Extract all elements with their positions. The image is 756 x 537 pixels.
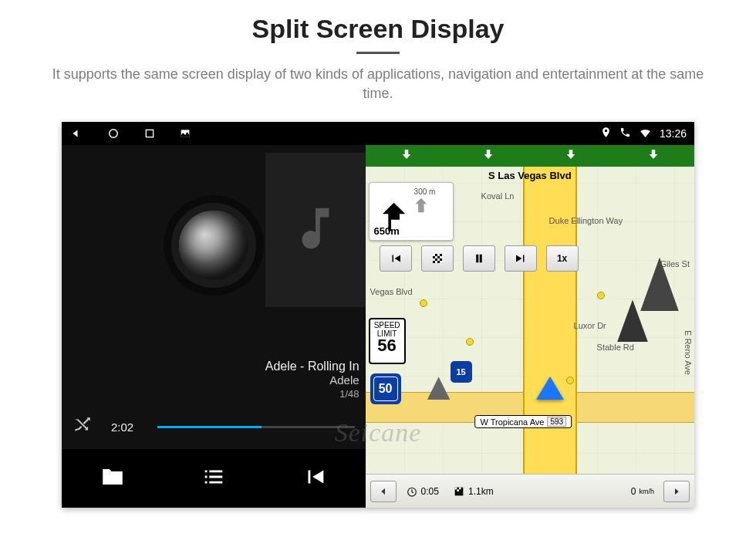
street-sign-number: 593 <box>547 417 566 427</box>
phone-icon <box>619 127 631 140</box>
sim-speed-button[interactable]: 1x <box>546 245 579 272</box>
page-title: Split Screen Display <box>0 14 756 44</box>
album-disc <box>171 203 256 288</box>
street-label: Stable Rd <box>597 343 634 352</box>
sim-destination-button[interactable] <box>421 245 454 272</box>
time-elapsed: 2:02 <box>111 420 139 434</box>
track-title: Adele - Rolling In <box>265 360 359 373</box>
eta-stat: 0:05 <box>401 485 444 498</box>
album-placeholder <box>265 153 366 307</box>
street-label: Koval Ln <box>481 191 515 201</box>
svg-rect-14 <box>455 488 457 490</box>
speed-value: 0 <box>631 486 636 497</box>
sim-pause-button[interactable] <box>463 245 495 272</box>
poi-dot <box>566 377 574 384</box>
poi-dot <box>466 338 474 346</box>
page-description: It supports the same screen display of t… <box>46 65 710 103</box>
wifi-icon <box>639 126 652 141</box>
location-icon <box>600 127 612 140</box>
interstate-number: 15 <box>456 367 465 377</box>
speed-stat: 0 km/h <box>626 486 659 497</box>
svg-rect-7 <box>440 256 442 258</box>
distance-stat: 1.1km <box>448 485 498 498</box>
speed-unit: km/h <box>639 488 654 495</box>
eta-value: 0:05 <box>421 486 439 497</box>
street-top-label: S Las Vegas Blvd <box>488 170 572 181</box>
turn-distance: 650m <box>374 225 400 237</box>
track-index: 1/48 <box>265 388 359 400</box>
lane-guidance-bar <box>366 145 694 167</box>
map-menu-button[interactable] <box>663 481 690 502</box>
title-underline <box>356 52 400 54</box>
map-playback-controls: 1x <box>380 245 579 272</box>
lane-arrow-icon <box>564 147 578 164</box>
back-button[interactable] <box>69 127 83 140</box>
lane-arrow-icon <box>646 147 660 164</box>
svg-rect-15 <box>459 488 461 490</box>
lane-arrow-icon <box>400 147 413 164</box>
turn-next-distance: 300 m <box>414 187 436 196</box>
statusbar-time: 13:26 <box>660 127 687 140</box>
street-label: Duke Ellington Way <box>549 216 623 225</box>
shuffle-button[interactable] <box>73 415 93 438</box>
image-icon <box>179 127 191 140</box>
svg-rect-8 <box>433 258 435 261</box>
home-button[interactable] <box>106 127 120 140</box>
playlist-button[interactable] <box>201 464 227 493</box>
svg-rect-9 <box>437 258 440 261</box>
progress-fill <box>157 426 262 428</box>
road-lasvegas-blvd <box>523 145 577 508</box>
sim-previous-button[interactable] <box>380 245 412 272</box>
svg-rect-10 <box>435 261 437 263</box>
svg-point-0 <box>110 130 118 138</box>
lane-arrow-icon <box>481 147 495 164</box>
street-label: Giles St <box>660 259 690 268</box>
map-bottom-bar: 0:05 1.1km 0 km/h <box>366 474 694 508</box>
svg-rect-4 <box>433 254 435 256</box>
street-label: E Reno Ave <box>683 330 693 375</box>
poi-dot <box>597 292 605 299</box>
previous-button[interactable] <box>302 464 328 493</box>
turn-instruction-box[interactable]: 300 m 650m <box>369 182 454 241</box>
poi-dot <box>420 299 427 307</box>
current-street-sign: W Tropicana Ave 593 <box>474 415 572 428</box>
navigation-pane: S Las Vegas Blvd 300 m 650m <box>366 145 694 508</box>
speed-limit-line1: SPEED <box>370 321 404 329</box>
svg-rect-5 <box>437 254 440 256</box>
vehicle-position-icon <box>536 377 564 400</box>
map-back-button[interactable] <box>370 481 397 502</box>
svg-rect-1 <box>146 130 153 137</box>
distance-value: 1.1km <box>468 486 494 497</box>
svg-rect-6 <box>435 256 437 258</box>
music-pane: Adele - Rolling In Adele 1/48 2:02 <box>62 145 366 508</box>
device-screenshot: 13:26 Adele - Rolling In Adele 1/48 <box>62 122 694 508</box>
recent-button[interactable] <box>143 127 156 140</box>
speed-limit-value: 56 <box>370 336 404 355</box>
svg-rect-16 <box>457 489 459 491</box>
interstate-shield: 15 <box>451 361 472 383</box>
svg-rect-11 <box>440 261 442 263</box>
android-statusbar: 13:26 <box>62 122 694 145</box>
street-label: Vegas Blvd <box>370 287 413 296</box>
track-artist: Adele <box>265 373 359 387</box>
progress-bar[interactable] <box>157 426 355 428</box>
turn-right-icon <box>411 197 428 217</box>
street-label: Luxor Dr <box>574 321 606 330</box>
music-note-icon <box>289 201 343 258</box>
current-speed-shield: 50 <box>370 373 401 404</box>
folder-button[interactable] <box>100 464 126 493</box>
sim-next-button[interactable] <box>505 245 537 272</box>
speed-limit-sign: SPEED LIMIT 56 <box>369 318 406 364</box>
street-sign-name: W Tropicana Ave <box>480 417 544 427</box>
